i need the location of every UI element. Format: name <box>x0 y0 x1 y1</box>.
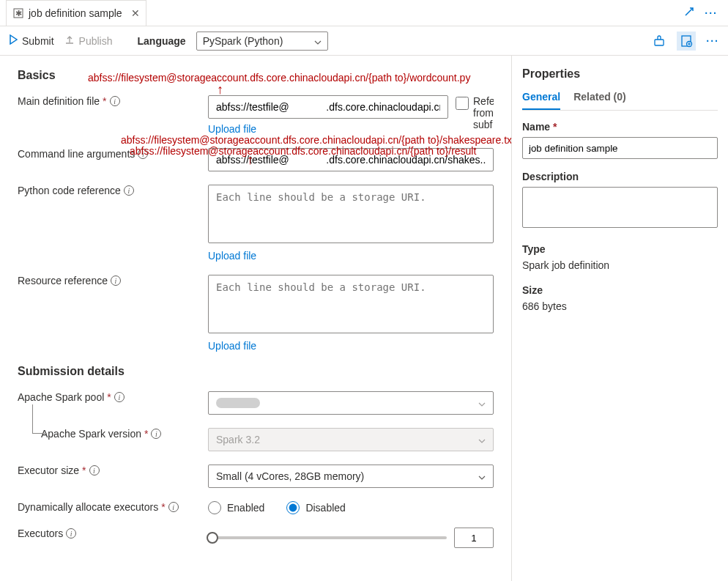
annotation-shakespeare: abfss://filesystem@storageaccount.dfs.co… <box>121 134 511 146</box>
executors-slider[interactable] <box>207 536 447 539</box>
close-icon[interactable]: ✕ <box>131 7 140 19</box>
document-tab[interactable]: ✱ job definition sample ✕ <box>6 0 146 26</box>
reference-subfolder-checkbox[interactable] <box>456 97 469 110</box>
svg-text:✱: ✱ <box>15 9 22 18</box>
executors-input[interactable] <box>454 528 494 548</box>
name-label: Name * <box>522 121 718 133</box>
publish-button[interactable]: Publish <box>64 34 113 47</box>
disabled-radio[interactable]: Disabled <box>286 501 345 514</box>
executor-size-select[interactable]: Small (4 vCores, 28GB memory) <box>208 465 494 488</box>
name-input[interactable] <box>522 137 718 159</box>
executor-size-label: Executor size * i <box>18 465 208 476</box>
description-label: Description <box>522 171 718 182</box>
type-value: Spark job definition <box>522 259 718 271</box>
dyn-alloc-label: Dynamically allocate executors * i <box>18 501 208 513</box>
upload-file-link[interactable]: Upload file <box>208 250 256 262</box>
more-icon[interactable]: ··· <box>705 7 718 19</box>
chevron-down-icon <box>478 434 486 445</box>
language-select[interactable]: PySpark (Python) <box>196 32 328 51</box>
res-ref-textarea[interactable] <box>208 275 494 333</box>
res-ref-label: Resource reference i <box>18 275 208 286</box>
spark-version-select: Spark 3.2 <box>208 428 494 451</box>
info-icon[interactable]: i <box>66 528 76 539</box>
info-icon[interactable]: i <box>151 429 161 439</box>
py-ref-label: Python code reference i <box>18 185 208 196</box>
enabled-radio[interactable]: Enabled <box>208 501 264 514</box>
slider-thumb[interactable] <box>207 532 218 544</box>
arrow-icon: ↑ <box>217 82 223 97</box>
annotation-result: abfss://filesystem@storageaccount.dfs.co… <box>130 145 476 157</box>
main-def-label: Main definition file * i <box>18 95 208 107</box>
reference-subfolder-label: Refefromsubf <box>473 95 494 130</box>
language-label: Language <box>138 35 186 47</box>
chevron-down-icon <box>314 35 322 47</box>
spark-pool-select[interactable] <box>208 391 494 415</box>
storage-icon[interactable] <box>652 34 666 48</box>
arrow-icon: ↑ <box>247 152 253 168</box>
job-def-icon: ✱ <box>12 7 24 19</box>
annotation-main-def: abfss://filesystem@storageaccount.dfs.co… <box>88 72 470 84</box>
submission-heading: Submission details <box>18 365 494 378</box>
properties-icon[interactable] <box>677 32 696 51</box>
svg-rect-2 <box>655 40 664 45</box>
size-value: 686 bytes <box>522 300 718 312</box>
expand-icon[interactable] <box>684 7 694 19</box>
executors-label: Executors i <box>18 528 207 539</box>
submit-button[interactable]: Submit <box>9 34 54 47</box>
tab-related[interactable]: Related (0) <box>573 91 626 110</box>
more-icon[interactable]: ··· <box>706 35 719 47</box>
redacted-value <box>216 398 260 408</box>
py-ref-textarea[interactable] <box>208 185 494 243</box>
info-icon[interactable]: i <box>89 465 100 475</box>
upload-file-link[interactable]: Upload file <box>208 340 256 352</box>
main-def-input[interactable] <box>208 95 448 119</box>
info-icon[interactable]: i <box>168 502 179 512</box>
info-icon[interactable]: i <box>114 392 125 402</box>
upload-file-link[interactable]: Upload file <box>208 123 256 135</box>
info-icon[interactable]: i <box>124 185 134 196</box>
tab-general[interactable]: General <box>522 91 560 110</box>
chevron-down-icon <box>478 397 486 409</box>
description-textarea[interactable] <box>522 187 718 228</box>
tab-title: job definition sample <box>29 7 122 19</box>
play-icon <box>9 34 18 47</box>
publish-icon <box>64 34 75 47</box>
type-label: Type <box>522 243 718 255</box>
info-icon[interactable]: i <box>110 96 120 106</box>
properties-heading: Properties <box>522 67 718 81</box>
chevron-down-icon <box>478 470 486 482</box>
info-icon[interactable]: i <box>111 275 121 286</box>
spark-pool-label: Apache Spark pool * i <box>18 391 208 403</box>
size-label: Size <box>522 284 718 296</box>
